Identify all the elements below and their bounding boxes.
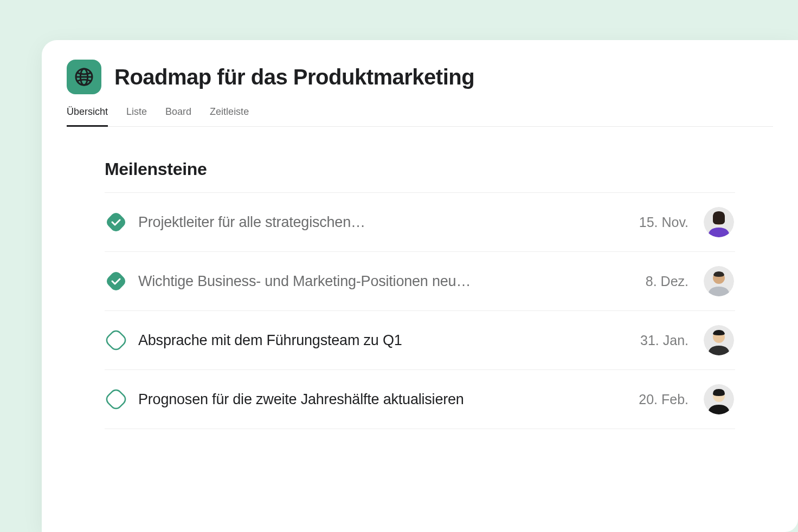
svg-rect-9	[106, 330, 126, 351]
tab-list[interactable]: Liste	[126, 106, 147, 127]
content: Meilensteine Projektleiter für alle stra…	[42, 127, 798, 429]
milestone-title: Absprache mit dem Führungsteam zu Q1	[138, 332, 628, 349]
milestone-row[interactable]: Wichtige Business- und Marketing-Positio…	[105, 252, 735, 311]
milestone-row[interactable]: Projektleiter für alle strategischen… 15…	[105, 193, 735, 252]
milestone-title: Projektleiter für alle strategischen…	[138, 214, 627, 231]
milestone-date: 8. Dez.	[646, 274, 688, 289]
svg-rect-6	[106, 271, 126, 291]
milestone-date: 31. Jan.	[640, 333, 688, 348]
svg-rect-12	[106, 389, 126, 410]
svg-rect-3	[106, 212, 126, 232]
project-header: Roadmap für das Produktmarketing Übersic…	[42, 40, 798, 127]
project-card: Roadmap für das Produktmarketing Übersic…	[42, 40, 798, 532]
section-title: Meilensteine	[105, 159, 735, 179]
globe-icon	[73, 66, 95, 88]
milestone-date: 15. Nov.	[639, 215, 688, 230]
milestone-title: Prognosen für die zweite Jahreshälfte ak…	[138, 391, 627, 408]
assignee-avatar[interactable]	[704, 384, 734, 414]
milestone-complete-icon[interactable]	[106, 271, 126, 291]
milestone-incomplete-icon[interactable]	[106, 389, 126, 410]
assignee-avatar[interactable]	[704, 207, 734, 237]
tab-overview[interactable]: Übersicht	[67, 106, 108, 127]
project-icon-badge[interactable]	[67, 60, 101, 94]
milestone-date: 20. Feb.	[639, 392, 688, 407]
assignee-avatar[interactable]	[704, 325, 734, 355]
milestone-row[interactable]: Prognosen für die zweite Jahreshälfte ak…	[105, 370, 735, 429]
title-row: Roadmap für das Produktmarketing	[67, 60, 773, 94]
milestone-incomplete-icon[interactable]	[106, 330, 126, 351]
milestone-list: Projektleiter für alle strategischen… 15…	[105, 192, 735, 429]
assignee-avatar[interactable]	[704, 266, 734, 296]
tab-board[interactable]: Board	[165, 106, 191, 127]
tabs: Übersicht Liste Board Zeitleiste	[67, 106, 773, 127]
milestone-title: Wichtige Business- und Marketing-Positio…	[138, 273, 634, 290]
tab-timeline[interactable]: Zeitleiste	[210, 106, 249, 127]
project-title: Roadmap für das Produktmarketing	[114, 65, 474, 89]
milestone-complete-icon[interactable]	[106, 212, 126, 232]
milestone-row[interactable]: Absprache mit dem Führungsteam zu Q1 31.…	[105, 311, 735, 370]
